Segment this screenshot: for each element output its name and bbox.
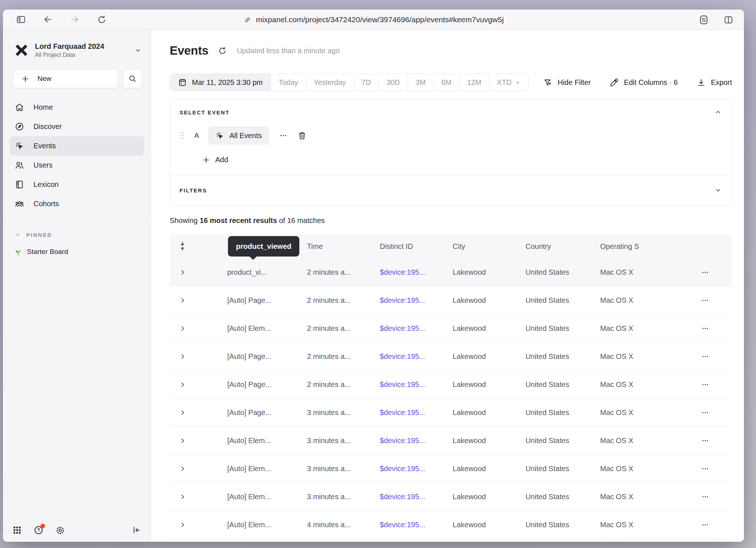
- distinct-id[interactable]: $device:195...: [380, 493, 453, 501]
- settings-gear-icon[interactable]: [55, 525, 65, 535]
- column-header-city[interactable]: City: [453, 242, 525, 251]
- apps-grid-icon[interactable]: [12, 525, 22, 535]
- distinct-id[interactable]: $device:195...: [380, 437, 453, 445]
- export-button[interactable]: Export: [697, 78, 732, 87]
- row-more-options-icon[interactable]: [678, 465, 732, 473]
- distinct-id[interactable]: $device:195...: [380, 380, 453, 389]
- row-more-options-icon[interactable]: [678, 297, 732, 304]
- add-event-label: Add: [215, 156, 228, 164]
- date-picker-button[interactable]: Mar 11, 2025 3:30 pm: [170, 74, 271, 91]
- table-row[interactable]: [Auto] Page... 2 minutes a... $device:19…: [170, 342, 732, 371]
- range-button-30d[interactable]: 30D: [378, 74, 407, 91]
- table-row[interactable]: [Auto] Page... 3 minutes a... $device:19…: [170, 399, 732, 427]
- sidebar-item-lexicon[interactable]: Lexicon: [9, 175, 144, 194]
- expand-row-chevron-icon[interactable]: [170, 409, 195, 416]
- refresh-button[interactable]: [96, 14, 107, 25]
- expand-row-chevron-icon[interactable]: [170, 269, 195, 276]
- forward-button[interactable]: [69, 14, 80, 25]
- expand-row-chevron-icon[interactable]: [170, 297, 195, 304]
- expand-row-chevron-icon[interactable]: [170, 325, 195, 332]
- drag-handle-icon[interactable]: [180, 132, 185, 140]
- distinct-id[interactable]: $device:195...: [380, 521, 453, 529]
- column-header-os[interactable]: Operating S: [600, 242, 678, 251]
- project-switcher[interactable]: Lord Farquaad 2024 All Project Data: [3, 42, 151, 58]
- search-button[interactable]: [123, 69, 142, 88]
- cohorts-icon: [15, 199, 25, 209]
- range-button-7d[interactable]: 7D: [354, 74, 379, 91]
- expand-chevron-down-icon[interactable]: [714, 186, 722, 194]
- row-more-options-icon[interactable]: [678, 493, 732, 501]
- range-button-3m[interactable]: 3M: [407, 74, 433, 91]
- refresh-results-icon[interactable]: [218, 46, 227, 55]
- row-more-options-icon[interactable]: [678, 325, 732, 332]
- table-row[interactable]: [Auto] Page... 2 minutes a... $device:19…: [170, 286, 732, 314]
- address-bar[interactable]: mixpanel.com/project/3472420/view/397469…: [243, 9, 504, 30]
- sidebar-item-users[interactable]: Users: [9, 156, 144, 175]
- sidebar-item-discover[interactable]: Discover: [9, 117, 144, 136]
- table-row[interactable]: product_vi... 2 minutes a... $device:195…: [170, 258, 732, 286]
- sidebar-toggle-icon[interactable]: [15, 14, 26, 25]
- column-header-distinct-id[interactable]: Distinct ID: [380, 242, 453, 251]
- distinct-id[interactable]: $device:195...: [380, 268, 453, 277]
- seedling-icon: [14, 247, 23, 256]
- new-button[interactable]: New: [13, 69, 118, 88]
- row-more-options-icon[interactable]: [678, 409, 732, 416]
- range-button-12m[interactable]: 12M: [459, 74, 489, 91]
- sidebar-item-cohorts[interactable]: Cohorts: [9, 194, 144, 214]
- pinned-item-starter-board[interactable]: Starter Board: [14, 247, 151, 256]
- collapse-sidebar-icon[interactable]: [132, 525, 141, 535]
- table-row[interactable]: [Auto] Elem... 2 minutes a... $device:19…: [170, 314, 732, 342]
- sidebar-item-events[interactable]: Events: [9, 136, 144, 156]
- expand-row-chevron-icon[interactable]: [170, 521, 195, 528]
- table-body: product_vi... 2 minutes a... $device:195…: [170, 258, 732, 542]
- row-more-options-icon[interactable]: [678, 269, 732, 276]
- back-button[interactable]: [42, 14, 53, 25]
- row-more-options-icon[interactable]: [678, 381, 732, 388]
- distinct-id[interactable]: $device:195...: [380, 408, 453, 417]
- expand-row-chevron-icon[interactable]: [170, 493, 195, 500]
- pinned-item-label: Starter Board: [27, 248, 68, 256]
- sidebar-item-home[interactable]: Home: [9, 98, 144, 117]
- range-button-yesterday[interactable]: Yesterday: [306, 74, 354, 91]
- table-row[interactable]: [Auto] Elem... 4 minutes a... $device:19…: [170, 511, 732, 539]
- range-button-xtd[interactable]: XTD: [489, 74, 528, 91]
- event-time: 2 minutes a...: [307, 296, 380, 305]
- row-more-options-icon[interactable]: [678, 437, 732, 445]
- home-icon: [15, 102, 25, 112]
- row-more-options-icon[interactable]: [678, 353, 732, 360]
- page-settings-icon[interactable]: [698, 14, 709, 25]
- delete-event-icon[interactable]: [298, 131, 307, 140]
- expand-row-chevron-icon[interactable]: [170, 353, 195, 360]
- split-view-icon[interactable]: [723, 14, 734, 25]
- all-events-chip[interactable]: All Events: [208, 126, 269, 145]
- range-button-6m[interactable]: 6M: [433, 74, 459, 91]
- select-event-title: SELECT EVENT: [180, 109, 229, 116]
- distinct-id[interactable]: $device:195...: [380, 352, 453, 361]
- event-time: 3 minutes a...: [307, 437, 380, 445]
- table-row[interactable]: [Auto] Elem... 3 minutes a... $device:19…: [170, 483, 732, 511]
- pinned-section-header[interactable]: PINNED: [15, 231, 151, 238]
- collapse-chevron-up-icon[interactable]: [714, 108, 722, 116]
- distinct-id[interactable]: $device:195...: [380, 465, 453, 473]
- expand-row-chevron-icon[interactable]: [170, 381, 195, 388]
- hide-filter-button[interactable]: Hide Filter: [543, 78, 591, 87]
- add-event-button[interactable]: Add: [202, 156, 722, 164]
- column-header-country[interactable]: Country: [525, 242, 600, 251]
- expand-row-chevron-icon[interactable]: [170, 465, 195, 472]
- distinct-id[interactable]: $device:195...: [380, 296, 453, 305]
- pencil-icon: [610, 78, 619, 87]
- table-row[interactable]: [Auto] Page... 2 minutes a... $device:19…: [170, 371, 732, 399]
- book-icon: [15, 180, 25, 189]
- event-more-options-icon[interactable]: [277, 132, 290, 140]
- table-row[interactable]: [Auto] Elem... 3 minutes a... $device:19…: [170, 455, 732, 483]
- table-row[interactable]: [Auto] Elem... 3 minutes a... $device:19…: [170, 427, 732, 455]
- range-button-today[interactable]: Today: [271, 74, 306, 91]
- help-button[interactable]: ?: [34, 525, 44, 535]
- table-row[interactable]: [170, 539, 732, 542]
- row-more-options-icon[interactable]: [678, 521, 732, 529]
- edit-columns-button[interactable]: Edit Columns · 6: [610, 78, 678, 87]
- expand-row-chevron-icon[interactable]: [170, 437, 195, 444]
- column-header-time[interactable]: Time: [307, 242, 380, 251]
- distinct-id[interactable]: $device:195...: [380, 324, 453, 333]
- collapse-all-sort-icon[interactable]: [170, 242, 195, 251]
